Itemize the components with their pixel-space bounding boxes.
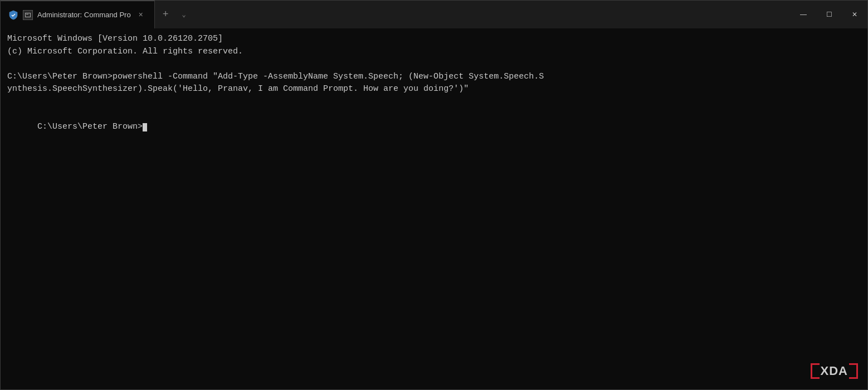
xda-bracket-left — [811, 363, 820, 379]
shield-icon — [8, 10, 18, 20]
tab-close-button[interactable]: × — [135, 9, 147, 21]
active-tab[interactable]: Administrator: Command Pro × — [1, 1, 155, 28]
minimize-button[interactable]: — — [791, 1, 816, 28]
window-controls: — ☐ ✕ — [791, 1, 867, 28]
terminal-line-5: ynthesis.SpeechSynthesizer).Speak('Hello… — [7, 83, 861, 96]
xda-bracket-right — [849, 363, 858, 379]
close-button[interactable]: ✕ — [842, 1, 867, 28]
tab-dropdown-button[interactable]: ⌄ — [176, 1, 191, 28]
cmd-app-icon — [23, 10, 33, 20]
tab-icon — [8, 10, 18, 20]
maximize-button[interactable]: ☐ — [816, 1, 842, 28]
cmd-icon-inner — [25, 13, 31, 17]
terminal-cursor — [143, 123, 147, 131]
tab-area: Administrator: Command Pro × + ⌄ — [1, 1, 791, 28]
new-tab-button[interactable]: + — [155, 1, 177, 28]
xda-watermark: XDA — [811, 362, 858, 380]
terminal-prompt-line: C:\Users\Peter Brown> — [7, 108, 861, 146]
terminal-empty-line-1 — [7, 58, 861, 71]
terminal-line-4: C:\Users\Peter Brown>powershell -Command… — [7, 71, 861, 84]
terminal-line-1: Microsoft Windows [Version 10.0.26120.27… — [7, 33, 861, 46]
terminal-prompt: C:\Users\Peter Brown> — [37, 122, 143, 131]
terminal-content[interactable]: Microsoft Windows [Version 10.0.26120.27… — [1, 28, 867, 389]
tab-title: Administrator: Command Pro — [37, 11, 131, 19]
terminal-window: Administrator: Command Pro × + ⌄ — ☐ ✕ M… — [0, 0, 868, 390]
title-bar: Administrator: Command Pro × + ⌄ — ☐ ✕ — [1, 1, 867, 28]
terminal-line-2: (c) Microsoft Corporation. All rights re… — [7, 46, 861, 58]
xda-logo-text: XDA — [821, 362, 848, 380]
terminal-empty-line-2 — [7, 96, 861, 109]
